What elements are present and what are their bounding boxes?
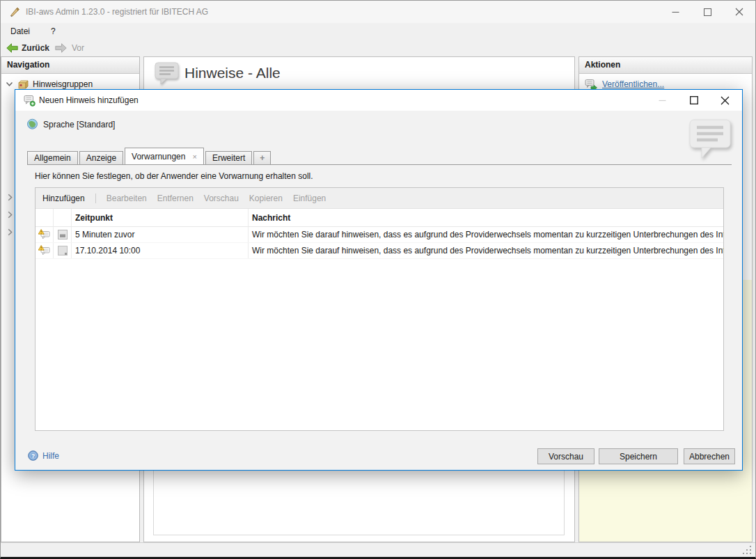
app-window: IBI-aws Admin 1.23.0 - registriert für I…	[0, 0, 756, 559]
app-icon	[9, 6, 20, 17]
speech-bubble-watermark-icon	[688, 118, 732, 162]
column-header-nachricht: Nachricht	[252, 213, 290, 223]
add-button[interactable]: Hinzufügen	[42, 194, 85, 203]
position-icon	[58, 246, 68, 255]
toolbar-separator	[95, 194, 96, 203]
warning-bubble-icon	[38, 245, 50, 256]
edit-button[interactable]: Bearbeiten	[107, 194, 147, 203]
content-header: Hinweise - Alle	[144, 57, 574, 90]
window-controls	[659, 1, 755, 23]
column-header-zeitpunkt: Zeitpunkt	[75, 213, 113, 223]
preview-button[interactable]: Vorschau	[204, 194, 239, 203]
publish-action[interactable]: Veröffentlichen...	[585, 79, 664, 90]
actions-header: Aktionen	[579, 57, 752, 74]
titlebar: IBI-aws Admin 1.23.0 - registriert für I…	[1, 1, 755, 23]
tabstrip: Allgemein Anzeige Vorwarnungen × Erweite…	[27, 148, 271, 165]
add-notice-dialog: Neuen Hinweis hinzufügen Sprache [Standa…	[15, 89, 743, 471]
forward-arrow-icon	[55, 43, 67, 53]
minimize-icon	[672, 8, 679, 16]
maximize-button[interactable]	[691, 1, 723, 23]
svg-text:?: ?	[31, 452, 35, 459]
tab-description: Hier können Sie festlegen, ob der Anwend…	[35, 171, 313, 181]
page-title: Hinweise - Alle	[184, 57, 281, 89]
language-label: Sprache [Standard]	[43, 120, 115, 129]
minimize-icon	[659, 97, 666, 104]
preview-dialog-button[interactable]: Vorschau	[537, 448, 594, 464]
dialog-notice-add-icon	[24, 95, 36, 107]
chevron-down-icon[interactable]	[6, 81, 13, 87]
resize-grip[interactable]	[743, 546, 752, 555]
position-icon	[58, 230, 68, 239]
help-icon: ?	[28, 450, 38, 461]
row-message: Wir möchten Sie darauf hinweisen, dass e…	[252, 246, 723, 255]
minimize-button[interactable]	[659, 1, 691, 23]
tab-vorwarnungen[interactable]: Vorwarnungen ×	[125, 148, 204, 165]
chevron-right-icon[interactable]	[8, 194, 13, 201]
warning-bubble-icon	[38, 229, 50, 240]
row-time: 17.10.2014 10:00	[75, 246, 140, 255]
paste-button[interactable]: Einfügen	[293, 194, 326, 203]
dialog-title: Neuen Hinweis hinzufügen	[39, 90, 139, 111]
speech-bubble-icon	[154, 61, 180, 86]
menu-help[interactable]: ?	[45, 26, 61, 36]
save-button[interactable]: Speichern	[599, 448, 678, 464]
language-selector[interactable]: Sprache [Standard]	[26, 118, 115, 130]
maximize-icon	[690, 96, 698, 104]
forward-label: Vor	[72, 43, 84, 53]
dialog-controls	[647, 90, 741, 111]
chevron-right-icon[interactable]	[8, 228, 13, 236]
tab-close-icon[interactable]: ×	[192, 152, 196, 161]
help-label: Hilfe	[42, 451, 59, 461]
maximize-icon	[704, 8, 711, 16]
table-header: Zeitpunkt Nachricht	[36, 209, 723, 227]
tab-add-button[interactable]: +	[253, 151, 271, 165]
navigation-header: Navigation	[1, 57, 139, 74]
close-icon	[720, 96, 730, 105]
globe-icon	[26, 118, 38, 130]
back-button[interactable]: Zurück	[6, 43, 49, 53]
prewarning-list: Hinzufügen Bearbeiten Entfernen Vorschau…	[35, 187, 724, 431]
chevron-right-icon[interactable]	[8, 211, 13, 219]
delete-button[interactable]: Entfernen	[157, 194, 194, 203]
menubar: Datei ?	[1, 23, 755, 40]
tree-item-label: Hinweisgruppen	[33, 79, 93, 89]
dialog-maximize-button[interactable]	[678, 90, 709, 111]
menu-datei[interactable]: Datei	[5, 26, 36, 36]
publish-link[interactable]: Veröffentlichen...	[602, 79, 664, 89]
list-toolbar: Hinzufügen Bearbeiten Entfernen Vorschau…	[36, 188, 723, 209]
close-icon	[735, 8, 743, 16]
dialog-titlebar: Neuen Hinweis hinzufügen	[15, 90, 742, 111]
table-row[interactable]: 17.10.2014 10:00 Wir möchten Sie darauf …	[36, 243, 723, 259]
window-title: IBI-aws Admin 1.23.0 - registriert für I…	[26, 1, 208, 23]
publish-icon	[585, 79, 597, 90]
history-toolbar: Zurück Vor	[1, 40, 755, 56]
table-row[interactable]: 5 Minuten zuvor Wir möchten Sie darauf h…	[36, 227, 723, 243]
notice-group-icon	[17, 79, 29, 90]
statusbar	[1, 542, 755, 558]
back-label: Zurück	[22, 43, 49, 53]
tab-anzeige[interactable]: Anzeige	[79, 151, 123, 165]
icon-column-header	[54, 209, 72, 226]
copy-button[interactable]: Kopieren	[249, 194, 283, 203]
tab-allgemein[interactable]: Allgemein	[27, 151, 78, 165]
close-button[interactable]	[723, 1, 755, 23]
forward-button[interactable]: Vor	[55, 43, 84, 53]
dialog-minimize-button	[647, 90, 678, 111]
help-link[interactable]: ? Hilfe	[28, 450, 59, 461]
row-time: 5 Minuten zuvor	[75, 230, 134, 239]
cancel-button[interactable]: Abbrechen	[684, 448, 735, 464]
row-message: Wir möchten Sie darauf hinweisen, dass e…	[252, 230, 723, 239]
dialog-close-button[interactable]	[709, 90, 741, 111]
tab-erweitert[interactable]: Erweitert	[205, 151, 252, 165]
back-arrow-icon	[6, 43, 18, 53]
icon-column-header	[36, 209, 54, 226]
table-empty-area	[36, 259, 723, 430]
